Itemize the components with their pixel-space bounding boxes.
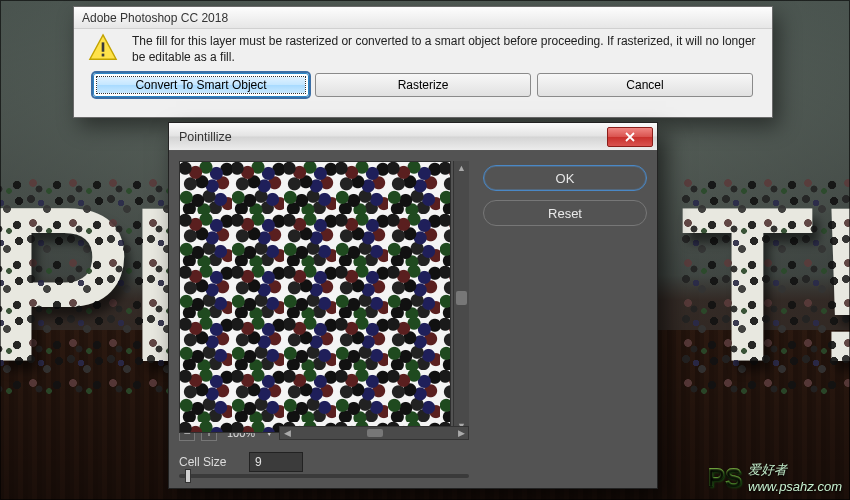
- watermark-url: www.psahz.com: [748, 479, 842, 494]
- filter-preview[interactable]: [179, 161, 451, 433]
- rasterize-button[interactable]: Rasterize: [315, 73, 531, 97]
- watermark: PS 爱好者 www.psahz.com: [707, 461, 842, 494]
- watermark-logo: PS: [707, 462, 742, 493]
- rasterize-warning-dialog: Adobe Photoshop CC 2018 The fill for thi…: [73, 6, 773, 118]
- convert-to-smart-object-button[interactable]: Convert To Smart Object: [93, 73, 309, 97]
- scroll-right-icon[interactable]: ▶: [454, 427, 468, 439]
- dialog-title-bar[interactable]: Adobe Photoshop CC 2018: [74, 7, 772, 29]
- dialog-message: The fill for this layer must be rasteriz…: [132, 33, 758, 65]
- close-button[interactable]: [607, 127, 653, 147]
- dialog-title: Adobe Photoshop CC 2018: [82, 11, 228, 25]
- preview-vertical-scrollbar[interactable]: ▲ ▼: [453, 161, 469, 433]
- cell-size-field[interactable]: [249, 452, 303, 472]
- background-3d-text-left: PI: [0, 175, 185, 395]
- scroll-left-icon[interactable]: ◀: [280, 427, 294, 439]
- scroll-thumb[interactable]: [456, 291, 467, 305]
- filter-title: Pointillize: [179, 130, 232, 144]
- svg-rect-1: [102, 42, 105, 51]
- ok-button[interactable]: OK: [483, 165, 647, 191]
- background-3d-text-right: T!: [680, 175, 850, 395]
- watermark-label: 爱好者: [748, 462, 787, 477]
- close-icon: [624, 131, 636, 143]
- slider-handle[interactable]: [185, 469, 191, 483]
- svg-rect-2: [102, 54, 105, 57]
- cell-size-slider[interactable]: [179, 474, 469, 478]
- scroll-up-icon[interactable]: ▲: [454, 161, 469, 175]
- reset-button[interactable]: Reset: [483, 200, 647, 226]
- cell-size-label: Cell Size: [179, 455, 239, 469]
- pointillize-filter-dialog: Pointillize ▲ ▼ − + 100%: [168, 122, 658, 489]
- hscroll-thumb[interactable]: [367, 429, 383, 437]
- preview-dot-pattern: [180, 162, 450, 432]
- cancel-button[interactable]: Cancel: [537, 73, 753, 97]
- preview-horizontal-scrollbar[interactable]: ◀ ▶: [279, 426, 469, 440]
- filter-title-bar[interactable]: Pointillize: [169, 123, 657, 151]
- warning-icon: [88, 33, 118, 63]
